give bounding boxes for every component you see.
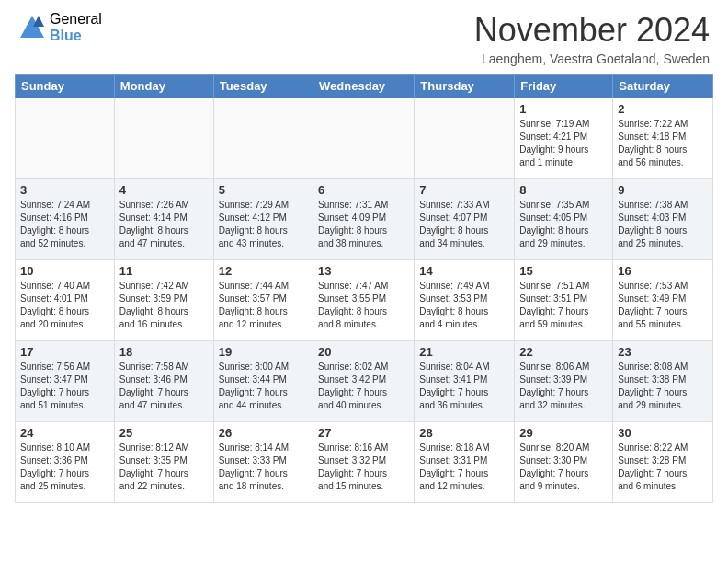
day-info: Sunrise: 7:42 AM Sunset: 3:59 PM Dayligh… xyxy=(119,280,209,331)
day-info: Sunrise: 8:18 AM Sunset: 3:31 PM Dayligh… xyxy=(419,442,509,493)
day-cell: 17Sunrise: 7:56 AM Sunset: 3:47 PM Dayli… xyxy=(16,341,115,422)
day-cell: 7Sunrise: 7:33 AM Sunset: 4:07 PM Daylig… xyxy=(415,179,515,260)
day-number: 6 xyxy=(318,183,409,197)
day-cell: 6Sunrise: 7:31 AM Sunset: 4:09 PM Daylig… xyxy=(313,179,415,260)
day-number: 17 xyxy=(20,345,109,359)
day-number: 29 xyxy=(519,426,608,440)
day-cell: 30Sunrise: 8:22 AM Sunset: 3:28 PM Dayli… xyxy=(613,422,713,503)
day-number: 3 xyxy=(20,183,109,197)
header-monday: Monday xyxy=(114,75,213,98)
month-title: November 2024 xyxy=(474,11,710,50)
day-cell xyxy=(415,98,515,179)
day-number: 24 xyxy=(20,426,109,440)
day-info: Sunrise: 8:08 AM Sunset: 3:38 PM Dayligh… xyxy=(618,361,708,412)
header-friday: Friday xyxy=(515,75,613,98)
day-info: Sunrise: 7:29 AM Sunset: 4:12 PM Dayligh… xyxy=(219,199,308,250)
day-number: 5 xyxy=(219,183,308,197)
day-info: Sunrise: 7:49 AM Sunset: 3:53 PM Dayligh… xyxy=(419,280,509,331)
day-cell xyxy=(313,98,415,179)
day-number: 2 xyxy=(618,102,708,116)
day-info: Sunrise: 8:04 AM Sunset: 3:41 PM Dayligh… xyxy=(419,361,509,412)
day-info: Sunrise: 7:40 AM Sunset: 4:01 PM Dayligh… xyxy=(20,280,109,331)
day-cell xyxy=(16,98,115,179)
calendar-table: Sunday Monday Tuesday Wednesday Thursday… xyxy=(15,74,713,503)
day-cell: 23Sunrise: 8:08 AM Sunset: 3:38 PM Dayli… xyxy=(613,341,713,422)
day-info: Sunrise: 7:38 AM Sunset: 4:03 PM Dayligh… xyxy=(618,199,708,250)
day-info: Sunrise: 7:22 AM Sunset: 4:18 PM Dayligh… xyxy=(618,118,708,169)
day-number: 1 xyxy=(519,102,608,116)
location: Laenghem, Vaestra Goetaland, Sweden xyxy=(474,52,710,66)
logo: General Blue xyxy=(18,11,102,43)
day-number: 27 xyxy=(318,426,409,440)
day-cell: 4Sunrise: 7:26 AM Sunset: 4:14 PM Daylig… xyxy=(114,179,213,260)
day-info: Sunrise: 7:53 AM Sunset: 3:49 PM Dayligh… xyxy=(618,280,708,331)
header-saturday: Saturday xyxy=(613,75,713,98)
day-cell: 19Sunrise: 8:00 AM Sunset: 3:44 PM Dayli… xyxy=(213,341,313,422)
day-info: Sunrise: 7:24 AM Sunset: 4:16 PM Dayligh… xyxy=(20,199,109,250)
day-cell: 10Sunrise: 7:40 AM Sunset: 4:01 PM Dayli… xyxy=(16,260,115,341)
day-cell: 27Sunrise: 8:16 AM Sunset: 3:32 PM Dayli… xyxy=(313,422,415,503)
day-number: 22 xyxy=(519,345,608,359)
header-tuesday: Tuesday xyxy=(213,75,313,98)
day-number: 20 xyxy=(318,345,409,359)
day-number: 11 xyxy=(119,264,209,278)
day-info: Sunrise: 7:26 AM Sunset: 4:14 PM Dayligh… xyxy=(119,199,209,250)
day-info: Sunrise: 7:58 AM Sunset: 3:46 PM Dayligh… xyxy=(119,361,209,412)
day-info: Sunrise: 8:14 AM Sunset: 3:33 PM Dayligh… xyxy=(219,442,308,493)
day-number: 26 xyxy=(219,426,308,440)
title-area: November 2024 Laenghem, Vaestra Goetalan… xyxy=(474,11,710,66)
day-cell: 5Sunrise: 7:29 AM Sunset: 4:12 PM Daylig… xyxy=(213,179,313,260)
day-info: Sunrise: 8:02 AM Sunset: 3:42 PM Dayligh… xyxy=(318,361,409,412)
day-number: 30 xyxy=(618,426,708,440)
day-cell: 2Sunrise: 7:22 AM Sunset: 4:18 PM Daylig… xyxy=(613,98,713,179)
day-number: 12 xyxy=(219,264,308,278)
day-cell: 22Sunrise: 8:06 AM Sunset: 3:39 PM Dayli… xyxy=(515,341,613,422)
day-cell: 8Sunrise: 7:35 AM Sunset: 4:05 PM Daylig… xyxy=(515,179,613,260)
day-number: 23 xyxy=(618,345,708,359)
day-cell: 11Sunrise: 7:42 AM Sunset: 3:59 PM Dayli… xyxy=(114,260,213,341)
day-cell: 29Sunrise: 8:20 AM Sunset: 3:30 PM Dayli… xyxy=(515,422,613,503)
day-number: 21 xyxy=(419,345,509,359)
logo-blue: Blue xyxy=(50,28,102,44)
day-number: 7 xyxy=(419,183,509,197)
header: General Blue November 2024 Laenghem, Vae… xyxy=(0,0,728,74)
day-cell: 13Sunrise: 7:47 AM Sunset: 3:55 PM Dayli… xyxy=(313,260,415,341)
day-cell xyxy=(213,98,313,179)
day-number: 14 xyxy=(419,264,509,278)
day-cell: 26Sunrise: 8:14 AM Sunset: 3:33 PM Dayli… xyxy=(213,422,313,503)
day-number: 13 xyxy=(318,264,409,278)
day-number: 15 xyxy=(519,264,608,278)
day-info: Sunrise: 7:56 AM Sunset: 3:47 PM Dayligh… xyxy=(20,361,109,412)
day-number: 9 xyxy=(618,183,708,197)
day-info: Sunrise: 7:44 AM Sunset: 3:57 PM Dayligh… xyxy=(219,280,308,331)
calendar-wrapper: Sunday Monday Tuesday Wednesday Thursday… xyxy=(0,74,728,511)
day-cell: 9Sunrise: 7:38 AM Sunset: 4:03 PM Daylig… xyxy=(613,179,713,260)
day-info: Sunrise: 8:20 AM Sunset: 3:30 PM Dayligh… xyxy=(519,442,608,493)
day-number: 19 xyxy=(219,345,308,359)
day-cell: 25Sunrise: 8:12 AM Sunset: 3:35 PM Dayli… xyxy=(114,422,213,503)
day-number: 18 xyxy=(119,345,209,359)
day-number: 25 xyxy=(119,426,209,440)
day-number: 10 xyxy=(20,264,109,278)
day-info: Sunrise: 7:33 AM Sunset: 4:07 PM Dayligh… xyxy=(419,199,509,250)
day-cell: 15Sunrise: 7:51 AM Sunset: 3:51 PM Dayli… xyxy=(515,260,613,341)
day-number: 8 xyxy=(519,183,608,197)
day-cell: 18Sunrise: 7:58 AM Sunset: 3:46 PM Dayli… xyxy=(114,341,213,422)
day-info: Sunrise: 8:06 AM Sunset: 3:39 PM Dayligh… xyxy=(519,361,608,412)
day-cell: 16Sunrise: 7:53 AM Sunset: 3:49 PM Dayli… xyxy=(613,260,713,341)
logo-general: General xyxy=(50,11,102,28)
day-number: 28 xyxy=(419,426,509,440)
day-cell xyxy=(114,98,213,179)
day-info: Sunrise: 7:31 AM Sunset: 4:09 PM Dayligh… xyxy=(318,199,409,250)
logo-text: General Blue xyxy=(50,11,102,43)
header-thursday: Thursday xyxy=(415,75,515,98)
day-cell: 28Sunrise: 8:18 AM Sunset: 3:31 PM Dayli… xyxy=(415,422,515,503)
header-row: Sunday Monday Tuesday Wednesday Thursday… xyxy=(16,75,713,98)
day-info: Sunrise: 7:47 AM Sunset: 3:55 PM Dayligh… xyxy=(318,280,409,331)
day-cell: 20Sunrise: 8:02 AM Sunset: 3:42 PM Dayli… xyxy=(313,341,415,422)
day-info: Sunrise: 8:22 AM Sunset: 3:28 PM Dayligh… xyxy=(618,442,708,493)
day-info: Sunrise: 8:10 AM Sunset: 3:36 PM Dayligh… xyxy=(20,442,109,493)
page-container: General Blue November 2024 Laenghem, Vae… xyxy=(0,0,728,511)
day-cell: 12Sunrise: 7:44 AM Sunset: 3:57 PM Dayli… xyxy=(213,260,313,341)
day-number: 4 xyxy=(119,183,209,197)
